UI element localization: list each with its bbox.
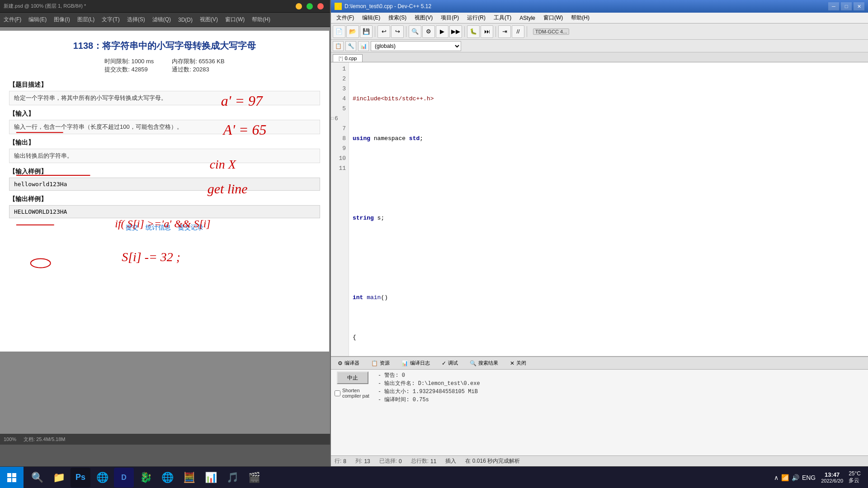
debug-btn[interactable]: 🐛 — [467, 25, 480, 38]
devcpp-icon: ⚡ — [335, 3, 342, 10]
volume-icon[interactable]: 🔊 — [792, 474, 799, 481]
taskbar-app2[interactable]: 🌐 — [157, 468, 177, 488]
menu-run[interactable]: 运行(R) — [463, 13, 489, 23]
open-file-btn[interactable]: 📂 — [346, 25, 359, 38]
ps-menu-layer[interactable]: 图层(L) — [77, 16, 95, 23]
input-example-title: 【输入样例】 — [9, 168, 320, 176]
taskbar-app5[interactable]: 🎬 — [244, 468, 264, 488]
run-btn[interactable]: ▶ — [436, 25, 448, 38]
menu-view[interactable]: 视图(V) — [411, 13, 436, 23]
tab-compiler[interactable]: ⚙ 编译器 — [333, 358, 364, 368]
tab-resources[interactable]: 📋 资源 — [366, 358, 395, 368]
line-num-7: 7 — [331, 124, 346, 134]
history-link[interactable]: 提交记录 — [178, 224, 203, 232]
search-results-icon: 🔍 — [470, 360, 476, 366]
input-example-section: 【输入样例】 helloworld123Ha — [9, 168, 320, 191]
file-tab-0cpp[interactable]: [*] 0.cpp — [333, 54, 363, 62]
tab-debug[interactable]: ✓ 调试 — [437, 358, 463, 368]
taskbar-files[interactable]: 📁 — [49, 468, 69, 488]
win-minimize-btn[interactable]: ─ — [828, 2, 839, 10]
ps-menu-text[interactable]: 文字(T) — [102, 16, 119, 23]
taskbar-calc[interactable]: 🧮 — [179, 468, 199, 488]
menu-search[interactable]: 搜索(S) — [385, 13, 410, 23]
toolbar2-btn1[interactable]: 📋 — [333, 41, 344, 51]
shorten-input[interactable] — [335, 390, 340, 396]
taskbar-app3[interactable]: 📊 — [201, 468, 221, 488]
start-button[interactable] — [0, 467, 24, 488]
compile-line-4: - 编译时间: 0.75s — [378, 396, 864, 404]
taskbar-chrome[interactable]: 🌐 — [92, 468, 112, 488]
lang-indicator[interactable]: ENG — [802, 474, 816, 481]
compile-run-btn[interactable]: ▶▶ — [449, 25, 462, 38]
ps-maximize[interactable] — [307, 3, 313, 9]
svg-point-9 — [31, 259, 51, 268]
row-value: 8 — [343, 458, 346, 465]
submit-link[interactable]: 提交 — [126, 224, 138, 232]
ps-menu-select[interactable]: 选择(S) — [127, 16, 145, 23]
taskbar-devcpp[interactable]: D — [114, 468, 134, 488]
menu-project[interactable]: 项目(P) — [437, 13, 462, 23]
ps-close[interactable] — [317, 3, 324, 9]
desc-content: 给定一个字符串，将其中所有的小写字母转换成大写字母。 — [9, 91, 320, 105]
using-keyword: using — [353, 134, 370, 144]
ps-menu-view[interactable]: 视图(V) — [200, 16, 218, 23]
chevron-up-icon[interactable]: ∧ — [774, 474, 778, 481]
stats-link[interactable]: 统计信息 — [146, 224, 171, 232]
line-num-10: 10 — [331, 154, 346, 164]
ps-menu-image[interactable]: 图像(I) — [54, 16, 70, 23]
indent-btn[interactable]: ⇥ — [498, 25, 511, 38]
photoshop-panel: 新建.psd @ 100% (图层 1, RGB/8#) * 文件(F) 编辑(… — [0, 0, 330, 466]
ps-menu-file[interactable]: 文件(F) — [4, 16, 21, 23]
total-value: 11 — [430, 458, 436, 465]
tab-compile-log[interactable]: 📊 编译日志 — [396, 358, 435, 368]
shorten-checkbox[interactable]: Shorten compiler pat — [335, 388, 371, 399]
win-close-btn[interactable]: ✕ — [854, 2, 864, 10]
svg-rect-10 — [7, 473, 11, 477]
code-content[interactable]: #include<bits/stdc++.h> using namespace … — [349, 62, 868, 356]
globals-select[interactable]: (globals) — [371, 41, 461, 51]
comment-btn[interactable]: // — [512, 25, 524, 38]
tab-close[interactable]: ✕ 关闭 — [505, 358, 531, 368]
bottom-tabs: ⚙ 编译器 📋 资源 📊 编译日志 ✓ 调试 🔍 搜索结果 — [331, 357, 868, 370]
new-file-btn[interactable]: 📄 — [333, 25, 345, 38]
menu-help[interactable]: 帮助(H) — [567, 13, 593, 23]
taskbar-search[interactable]: 🔍 — [27, 468, 47, 488]
undo-btn[interactable]: ↩ — [377, 25, 390, 38]
save-file-btn[interactable]: 💾 — [360, 25, 373, 38]
ps-menu-help[interactable]: 帮助(H) — [252, 16, 270, 23]
ps-menu-window[interactable]: 窗口(W) — [225, 16, 245, 23]
toolbar2-btn2[interactable]: 🔧 — [345, 41, 356, 51]
menu-window[interactable]: 窗口(W) — [540, 13, 566, 23]
ps-menu-3d[interactable]: 3D(D) — [178, 17, 193, 23]
compile-line-3: - 输出大小: 1.93229484558105 MiB — [378, 388, 864, 396]
win-maximize-btn[interactable]: □ — [841, 2, 852, 10]
code-line-5 — [353, 253, 864, 263]
ps-minimize[interactable] — [296, 3, 302, 9]
menu-astyle[interactable]: AStyle — [516, 14, 539, 22]
stop-btn[interactable]: 中止 — [337, 371, 368, 384]
network-icon[interactable]: 📶 — [781, 474, 789, 481]
ps-menu-filter[interactable]: 滤镜(Q) — [152, 16, 171, 23]
output-example-title: 【输出样例】 — [9, 195, 320, 203]
menu-edit[interactable]: 编辑(E) — [359, 13, 384, 23]
line-num-11: 11 — [331, 164, 346, 174]
menu-tools[interactable]: 工具(T) — [490, 13, 515, 23]
step-btn[interactable]: ⏭ — [481, 25, 493, 38]
toolbar2-btn3[interactable]: 📊 — [358, 41, 369, 51]
find-btn[interactable]: 🔍 — [409, 25, 421, 38]
code-editor[interactable]: 1 2 3 4 5 □6 7 8 9 10 11 #include<bits/s… — [331, 62, 868, 356]
taskbar-app4[interactable]: 🎵 — [222, 468, 242, 488]
code-line-2: using namespace std; — [353, 134, 864, 144]
taskbar-app1[interactable]: 🐉 — [136, 468, 156, 488]
menu-file[interactable]: 文件(F) — [333, 13, 358, 23]
compiler-tab-label: 编译器 — [344, 360, 359, 366]
ps-menu-edit[interactable]: 编辑(E) — [28, 16, 47, 23]
taskbar-ps[interactable]: Ps — [71, 468, 90, 488]
taskbar-time[interactable]: 13:47 2022/6/20 — [821, 471, 843, 483]
int-keyword: int — [353, 293, 363, 303]
windows-icon — [6, 472, 17, 483]
main-fn: main — [367, 293, 381, 303]
compile-btn[interactable]: ⚙ — [422, 25, 435, 38]
tab-search-results[interactable]: 🔍 搜索结果 — [465, 358, 503, 368]
redo-btn[interactable]: ↪ — [391, 25, 404, 38]
